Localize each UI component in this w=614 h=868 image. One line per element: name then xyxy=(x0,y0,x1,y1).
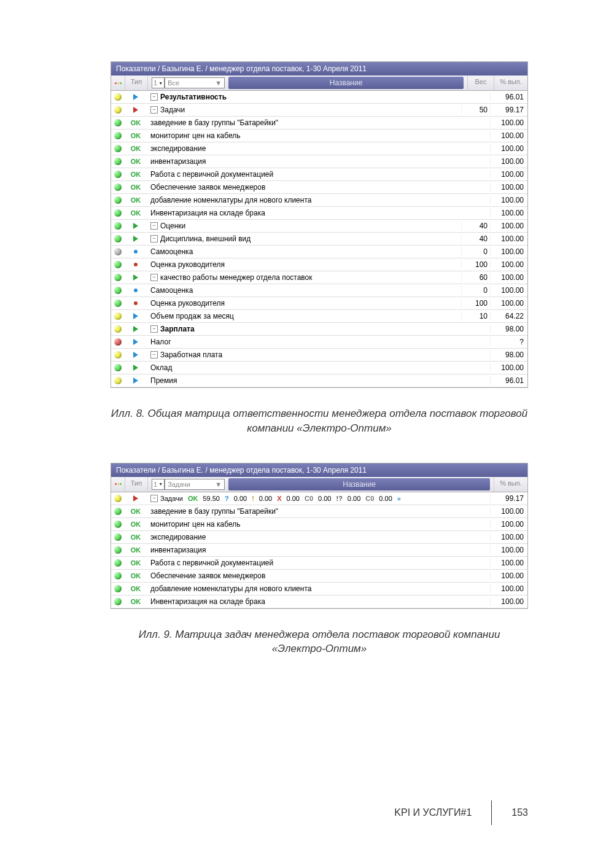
status-ball xyxy=(114,184,122,191)
row-pct: 100.00 xyxy=(490,183,527,192)
row-pct: ? xyxy=(490,338,527,346)
status-ball xyxy=(114,585,122,592)
panel-title: Показатели / Базыгина Е. / менеджер отде… xyxy=(111,463,527,477)
status-ball xyxy=(114,106,122,114)
table-row[interactable]: Оценка руководителя100100.00 xyxy=(111,297,527,310)
row-name: экспедирование xyxy=(150,533,206,541)
ok-icon: OK xyxy=(131,559,141,567)
arrow-icon xyxy=(133,236,138,242)
header-status xyxy=(111,76,125,90)
table-row[interactable]: −Оценки40100.00 xyxy=(111,220,527,233)
row-weight: 10 xyxy=(461,312,490,320)
collapse-toggle[interactable]: − xyxy=(150,495,158,502)
table-row[interactable]: OKмониторинг цен на кабель100.00 xyxy=(111,130,527,142)
row-pct: 64.22 xyxy=(490,312,527,320)
row-name: мониторинг цен на кабель xyxy=(150,131,240,140)
table-row[interactable]: Оценка руководителя100100.00 xyxy=(111,258,527,271)
table-row[interactable]: −качество работы менеджер отдела поставо… xyxy=(111,271,527,284)
row-pct: 100.00 xyxy=(490,572,527,580)
row-name: добавление номенклатуры для нового клиен… xyxy=(150,584,311,593)
collapse-toggle[interactable]: − xyxy=(150,106,158,114)
status-ball xyxy=(114,546,122,554)
header-type: Тип xyxy=(125,477,148,492)
row-name: Задачи xyxy=(160,106,185,114)
status-ball xyxy=(114,572,122,579)
more-icon[interactable]: » xyxy=(397,495,401,502)
table-row[interactable]: OKИнвентаризация на складе брака100.00 xyxy=(111,207,527,220)
row-name: Самооценка xyxy=(150,286,193,295)
header-pct: % вып. xyxy=(494,76,527,90)
status-ball xyxy=(114,351,122,358)
row-name: Результативность xyxy=(160,93,227,101)
summary-row: − Задачи OK59.50 ?0.00 !0.00 X0.00 C00.0… xyxy=(111,492,527,505)
table-row[interactable]: −Результативность96.01 xyxy=(111,91,527,104)
table-row[interactable]: OKдобавление номенклатуры для нового кли… xyxy=(111,583,527,595)
table-row[interactable]: Самооценка0100.00 xyxy=(111,246,527,258)
row-name: Оценки xyxy=(160,222,185,230)
row-name: Дисциплина, внешний вид xyxy=(160,234,251,243)
table-row[interactable]: Налог? xyxy=(111,336,527,349)
table-row[interactable]: −Зарплата98.00 xyxy=(111,323,527,336)
level-spinner[interactable]: 1▼ xyxy=(152,479,165,490)
status-ball xyxy=(114,300,122,307)
status-ball xyxy=(114,209,122,217)
row-pct: 98.00 xyxy=(490,351,527,359)
row-pct: 100.00 xyxy=(490,363,527,372)
dot-icon xyxy=(134,301,138,305)
collapse-toggle[interactable]: − xyxy=(150,235,158,242)
status-ball xyxy=(114,495,122,502)
collapse-toggle[interactable]: − xyxy=(150,222,158,230)
row-name: Налог xyxy=(150,338,171,346)
status-ball xyxy=(114,132,122,139)
row-name: добавление номенклатуры для нового клиен… xyxy=(150,196,311,204)
header-status xyxy=(111,477,125,492)
table-row[interactable]: OKинвентаризация100.00 xyxy=(111,155,527,168)
header-name: Название xyxy=(228,77,464,89)
row-pct: 100.00 xyxy=(490,196,527,204)
collapse-toggle[interactable]: − xyxy=(150,351,158,358)
row-name: Работа с первичной документацией xyxy=(150,170,273,179)
table-row[interactable]: Оклад100.00 xyxy=(111,362,527,374)
row-name: Оклад xyxy=(150,363,172,372)
ok-icon: OK xyxy=(131,171,141,178)
table-row[interactable]: −Заработная плата98.00 xyxy=(111,349,527,362)
collapse-toggle[interactable]: − xyxy=(150,274,158,281)
table-row[interactable]: OKРабота с первичной документацией100.00 xyxy=(111,168,527,181)
arrow-icon xyxy=(133,326,138,332)
table-row[interactable]: −Задачи5099.17 xyxy=(111,104,527,117)
table-row[interactable]: Премия96.01 xyxy=(111,374,527,387)
filter-select[interactable]: Задачи▼ xyxy=(165,479,225,490)
status-ball xyxy=(114,248,122,255)
level-spinner[interactable]: 1▼ xyxy=(152,77,165,88)
panel-task-matrix: Показатели / Базыгина Е. / менеджер отде… xyxy=(111,463,528,609)
table-row[interactable]: OKзаведение в базу группы "Батарейки"100… xyxy=(111,505,527,518)
table-header: Тип 1▼ Все▼ Название Вес % вып. xyxy=(111,76,527,91)
status-ball xyxy=(114,145,122,152)
table-row[interactable]: OKОбеспечение заявок менеджеров100.00 xyxy=(111,181,527,194)
collapse-toggle[interactable]: − xyxy=(150,325,158,333)
row-pct: 100.00 xyxy=(490,597,527,606)
arrow-icon xyxy=(133,274,138,281)
table-row[interactable]: OKИнвентаризация на складе брака100.00 xyxy=(111,595,527,608)
table-row[interactable]: OKРабота с первичной документацией100.00 xyxy=(111,557,527,570)
row-name: Зарплата xyxy=(160,325,195,333)
panel-title: Показатели / Базыгина Е. / менеджер отде… xyxy=(111,62,527,76)
table-row[interactable]: OKинвентаризация100.00 xyxy=(111,544,527,557)
table-row[interactable]: OKэкспедирование100.00 xyxy=(111,142,527,155)
table-row[interactable]: OKэкспедирование100.00 xyxy=(111,531,527,544)
row-name: мониторинг цен на кабель xyxy=(150,520,240,529)
table-row[interactable]: OKзаведение в базу группы "Батарейки"100… xyxy=(111,117,527,130)
filter-select[interactable]: Все▼ xyxy=(165,77,225,88)
status-ball xyxy=(114,222,122,230)
row-weight: 40 xyxy=(461,234,490,243)
table-row[interactable]: Объем продаж за месяц1064.22 xyxy=(111,310,527,323)
table-row[interactable]: OKдобавление номенклатуры для нового кли… xyxy=(111,194,527,207)
collapse-toggle[interactable]: − xyxy=(150,93,158,101)
table-row[interactable]: OKОбеспечение заявок менеджеров100.00 xyxy=(111,570,527,583)
table-row[interactable]: OKмониторинг цен на кабель100.00 xyxy=(111,518,527,531)
table-row[interactable]: −Дисциплина, внешний вид40100.00 xyxy=(111,233,527,246)
row-pct: 100.00 xyxy=(490,273,527,282)
table-row[interactable]: Самооценка0100.00 xyxy=(111,284,527,297)
row-pct: 100.00 xyxy=(490,131,527,140)
ok-icon: OK xyxy=(131,585,141,592)
